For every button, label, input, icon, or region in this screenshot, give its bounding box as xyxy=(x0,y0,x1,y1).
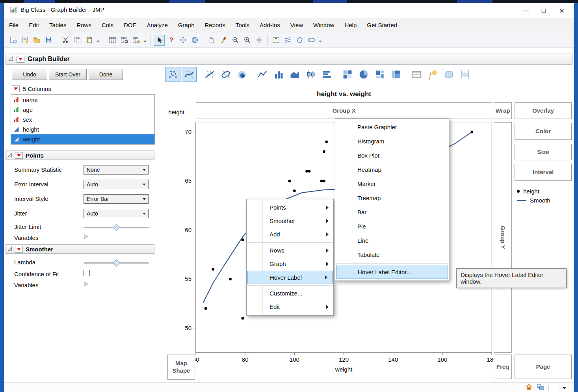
menu-item-heatmap[interactable]: Heatmap xyxy=(335,163,449,177)
column-item-height[interactable]: height xyxy=(11,124,154,134)
menu-item-treemap[interactable]: Treemap xyxy=(335,191,449,205)
menu-rows[interactable]: Rows xyxy=(71,18,97,33)
maximize-button[interactable]: □ xyxy=(535,3,553,18)
graph-type-bar[interactable] xyxy=(271,67,286,82)
points-variables-disclosure-icon[interactable] xyxy=(84,234,89,241)
graph-type-caption-box[interactable] xyxy=(409,67,424,82)
graph-type-treemap[interactable] xyxy=(372,67,387,82)
undo-button[interactable]: Undo xyxy=(12,69,47,80)
zone-freq[interactable]: Freq xyxy=(494,355,512,379)
new-data-table-button[interactable] xyxy=(7,35,19,46)
points-jitter-select[interactable]: Auto xyxy=(84,209,149,218)
menu-help[interactable]: Help xyxy=(339,18,362,33)
smoother-confidence-of-fit-checkbox[interactable] xyxy=(84,270,90,276)
slider-thumb[interactable] xyxy=(113,224,120,231)
zone-overlay[interactable]: Overlay xyxy=(515,102,572,119)
collapse-triangle-icon[interactable] xyxy=(7,152,12,159)
graph-type-pie[interactable] xyxy=(356,67,371,82)
points-interval-style-select[interactable]: Error Bar xyxy=(84,194,149,204)
graph-type-ellipse[interactable] xyxy=(218,67,233,82)
minimize-button[interactable]: — xyxy=(517,3,535,18)
red-triangle-menu-icon[interactable] xyxy=(15,152,23,159)
zone-group-x[interactable]: Group X xyxy=(196,102,492,119)
graph-type-histogram[interactable] xyxy=(320,67,335,82)
menu-item-graph[interactable]: Graph xyxy=(247,257,333,271)
menu-file[interactable]: File xyxy=(4,18,24,33)
red-triangle-menu-icon[interactable] xyxy=(15,246,23,253)
zone-group-y[interactable]: Group Y xyxy=(494,122,512,353)
graph-type-box-plot[interactable] xyxy=(303,67,318,82)
menu-tools[interactable]: Tools xyxy=(230,18,255,33)
smoother-variables-disclosure-icon[interactable] xyxy=(84,281,89,288)
red-triangle-menu-icon[interactable] xyxy=(12,85,20,92)
menu-doe[interactable]: DOE xyxy=(119,18,142,33)
graph-type-mosaic[interactable] xyxy=(388,67,403,82)
menu-item-edit[interactable]: Edit xyxy=(247,300,333,314)
close-button[interactable]: × xyxy=(553,3,571,18)
toolbar-toggle-box[interactable] xyxy=(548,385,558,391)
column-info-button[interactable] xyxy=(119,35,130,46)
collapse-triangle-icon[interactable] xyxy=(7,246,12,253)
caption-tool-button[interactable]: T xyxy=(270,35,281,46)
data-table-grid-button[interactable] xyxy=(107,35,118,46)
grabber-tool-button[interactable] xyxy=(206,35,217,46)
menu-item-line[interactable]: Line xyxy=(335,234,449,248)
arrow-tool-button[interactable] xyxy=(154,35,165,46)
crosshair-tool-button[interactable] xyxy=(253,35,264,46)
menu-item-customize[interactable]: Customize... xyxy=(247,287,333,300)
done-button[interactable]: Done xyxy=(89,69,123,80)
toolbar-overflow-chevron-icon[interactable] xyxy=(143,35,147,46)
column-item-weight[interactable]: weight xyxy=(11,134,154,144)
menu-view[interactable]: View xyxy=(285,18,308,33)
toolbar-overflow-chevron-icon[interactable] xyxy=(96,35,100,46)
legend-item-height[interactable]: height xyxy=(517,187,550,196)
graph-type-contour[interactable] xyxy=(234,67,249,82)
graph-type-formula[interactable]: f xyxy=(425,67,440,82)
open-file-button[interactable] xyxy=(31,35,42,46)
graph-type-smoother[interactable] xyxy=(182,67,197,82)
window-manager-button[interactable] xyxy=(537,383,544,392)
cut-button[interactable] xyxy=(60,35,71,46)
menu-item-marker[interactable]: Marker xyxy=(335,177,449,191)
graph-type-map-shape[interactable] xyxy=(441,67,456,82)
menu-item-paste-graphlet[interactable]: Paste Graphlet xyxy=(335,120,449,134)
menu-item-tabulate[interactable]: Tabulate xyxy=(335,248,449,262)
menu-reports[interactable]: Reports xyxy=(200,18,231,33)
graph-type-points[interactable] xyxy=(165,67,180,82)
caret-down-icon[interactable] xyxy=(562,387,566,389)
graph-type-line[interactable] xyxy=(255,67,270,82)
start-over-button[interactable]: Start Over xyxy=(49,69,87,80)
collapse-triangle-icon[interactable] xyxy=(8,56,13,63)
menu-edit[interactable]: Edit xyxy=(24,18,44,33)
menu-item-points[interactable]: Points xyxy=(247,201,333,214)
points-error-interval-select[interactable]: Auto xyxy=(84,180,149,189)
legend-item-smooth[interactable]: Smooth xyxy=(517,196,550,205)
globe-tool-button[interactable] xyxy=(189,35,200,46)
graph-type-line-of-fit[interactable] xyxy=(202,67,217,82)
brush-tool-button[interactable] xyxy=(218,35,229,46)
menu-get-started[interactable]: Get Started xyxy=(362,18,402,33)
red-triangle-menu-icon[interactable] xyxy=(17,56,24,63)
menu-item-smoother[interactable]: Smoother xyxy=(247,214,333,228)
column-item-name[interactable]: name xyxy=(11,95,154,105)
menu-tables[interactable]: Tables xyxy=(44,18,71,33)
points-summary-statistic-select[interactable]: None xyxy=(84,165,149,175)
zoom-out-tool-button[interactable] xyxy=(230,35,241,46)
new-journal-button[interactable] xyxy=(19,35,30,46)
menu-item-hover-label-editor[interactable]: Hover Label Editor... xyxy=(336,265,448,279)
zone-map-shape[interactable]: Map Shape xyxy=(167,355,195,380)
zone-wrap[interactable]: Wrap xyxy=(494,102,512,119)
menu-cols[interactable]: Cols xyxy=(97,18,119,33)
paste-button[interactable] xyxy=(84,35,95,46)
oval-tool-button[interactable] xyxy=(306,35,317,46)
selection-tool-button[interactable] xyxy=(177,35,188,46)
graph-type-heatmap[interactable] xyxy=(340,67,355,82)
zone-size[interactable]: Size xyxy=(515,144,572,160)
menu-graph[interactable]: Graph xyxy=(173,18,200,33)
zone-interval[interactable]: Interval xyxy=(515,164,572,181)
copy-button[interactable] xyxy=(72,35,83,46)
help-tool-button[interactable]: ? xyxy=(165,35,177,46)
menu-item-histogram[interactable]: Histogram xyxy=(335,134,449,149)
menu-item-bar[interactable]: Bar xyxy=(335,205,449,219)
menu-item-rows[interactable]: Rows xyxy=(247,244,333,257)
